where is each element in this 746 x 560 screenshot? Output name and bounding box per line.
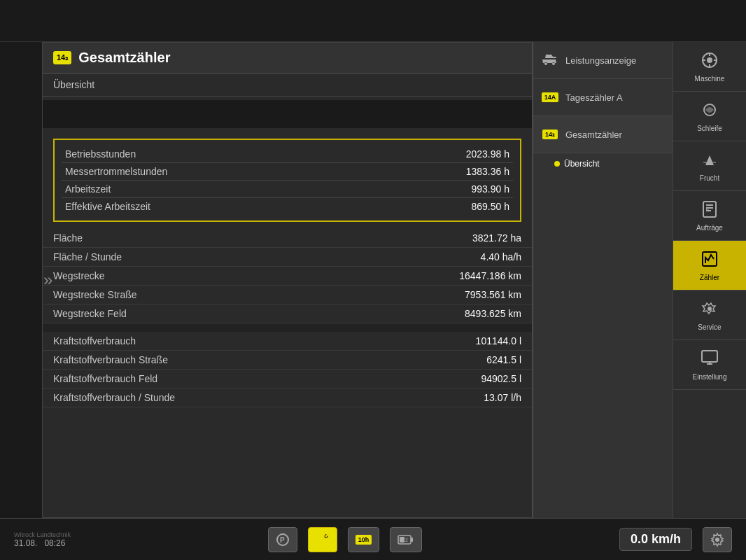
row-label: Effektive Arbeitszeit [65, 201, 150, 212]
active-dot [554, 161, 560, 167]
sidebar-item-zaehler[interactable]: Zähler [673, 241, 746, 290]
svg-point-22 [715, 538, 719, 542]
table-row: Kraftstoffverbrauch Straße 6241.5 l [43, 351, 532, 370]
sidebar-item-auftrage[interactable]: Aufträge [673, 191, 746, 241]
maschine-icon [700, 50, 719, 72]
service-icon [700, 299, 719, 321]
row-value: 2023.98 h [466, 148, 509, 160]
svg-rect-7 [703, 202, 716, 217]
nav-item-leistungsanzeige[interactable]: Leistungsanzeige [533, 42, 673, 79]
table-row: Betriebsstunden 2023.98 h [62, 146, 513, 163]
sidebar-label: Einstellung [693, 373, 727, 381]
status-bar: Witrock Landtechnik 31.08. 08:26 P 10h [0, 518, 746, 560]
nav-panel: Leistungsanzeige 14A Tageszähler A 14₂ G… [533, 42, 673, 518]
icon-label: 14₂ [57, 53, 68, 62]
table-row: Fläche 3821.72 ha [43, 229, 532, 248]
date-text: 31.08. 08:26 [14, 538, 71, 548]
row-value: 1383.36 h [466, 166, 509, 177]
svg-rect-13 [702, 351, 717, 362]
svg-point-12 [708, 307, 712, 311]
row-label: Kraftstoffverbrauch / Stunde [53, 392, 175, 403]
settings-button[interactable] [703, 527, 732, 552]
table-row: Kraftstoffverbrauch Feld 94902.5 l [43, 370, 532, 388]
wrench-button[interactable] [308, 527, 337, 552]
table-row: Messertrommelstunden 1383.36 h [62, 163, 513, 181]
row-label: Kraftstoffverbrauch Straße [53, 354, 168, 365]
main-screen: 14₂ Gesamtzähler Übersicht Betriebsstund… [42, 42, 746, 518]
section-gap [43, 323, 532, 332]
table-row: Wegstrecke Straße 7953.561 km [43, 286, 532, 304]
parking-button[interactable]: P [268, 527, 297, 552]
date-value: 31.08. [14, 538, 37, 548]
table-row: Arbeitszeit 993.90 h [62, 181, 513, 198]
auftrage-icon [700, 200, 719, 221]
row-value: 16447.186 km [459, 270, 521, 281]
speed-display: 0.0 km/h [619, 528, 692, 551]
svg-text:2: 2 [405, 538, 408, 542]
sidebar-item-einstellung[interactable]: Einstellung [673, 340, 746, 390]
row-value: 13.07 l/h [484, 392, 521, 403]
row-label: Wegstrecke Straße [53, 289, 137, 300]
row-label: Fläche [53, 232, 83, 244]
svg-rect-8 [706, 204, 713, 206]
battery-button[interactable]: 2 [390, 527, 422, 552]
row-label: Fläche / Stunde [53, 251, 122, 262]
status-right: 0.0 km/h [619, 527, 732, 552]
timer-button[interactable]: 10h [348, 527, 380, 552]
row-value: 993.90 h [472, 183, 510, 195]
time-value: 08:26 [44, 538, 65, 548]
table-row: Wegstrecke 16447.186 km [43, 267, 532, 286]
row-value: 7953.561 km [465, 289, 521, 300]
row-value: 8493.625 km [465, 308, 521, 319]
sidebar-item-service[interactable]: Service [673, 290, 746, 340]
counter-icon: 14A [540, 88, 560, 107]
nav-item-tageszaehler[interactable]: 14A Tageszähler A [533, 79, 673, 116]
row-value: 101144.0 l [476, 335, 521, 346]
sidebar-item-frucht[interactable]: Frucht [673, 141, 746, 191]
sidebar-item-schleife[interactable]: Schleife [673, 92, 746, 141]
einstellung-icon [700, 349, 719, 370]
row-label: Wegstrecke [53, 270, 105, 281]
status-center: P 10h 2 [85, 527, 605, 552]
table-row: Kraftstoffverbrauch 101144.0 l [43, 332, 532, 351]
schleife-icon [700, 100, 719, 122]
svg-point-1 [707, 57, 712, 63]
panel-icon: 14₂ [53, 51, 71, 64]
nav-sub-ubersicht[interactable]: Übersicht [533, 153, 673, 174]
sidebar-label: Zähler [700, 274, 719, 281]
back-arrow[interactable]: » [43, 270, 52, 290]
nav-item-label: Tageszähler A [565, 92, 623, 103]
row-label: Kraftstoffverbrauch Feld [53, 373, 157, 384]
highlighted-section: Betriebsstunden 2023.98 h Messertrommels… [53, 139, 521, 222]
row-value: 869.50 h [472, 201, 510, 212]
sidebar-item-maschine[interactable]: Maschine [673, 42, 746, 92]
status-left: Witrock Landtechnik 31.08. 08:26 [14, 531, 71, 548]
top-bar [0, 0, 746, 42]
speed-value: 0.0 km/h [631, 532, 681, 546]
right-sidebar: Maschine Schleife Frucht [673, 42, 746, 518]
row-label: Betriebsstunden [65, 148, 136, 160]
main-panel: 14₂ Gesamtzähler Übersicht Betriebsstund… [42, 42, 533, 518]
zaehler-icon [700, 249, 719, 271]
svg-rect-19 [411, 538, 413, 542]
table-row: Wegstrecke Feld 8493.625 km [43, 304, 532, 323]
sidebar-label: Aufträge [696, 224, 723, 232]
table-row: Kraftstoffverbrauch / Stunde 13.07 l/h [43, 388, 532, 407]
row-value: 94902.5 l [481, 373, 521, 384]
row-value: 3821.72 ha [472, 232, 521, 244]
frucht-icon [700, 150, 719, 172]
gesamtzaehler-icon: 14₂ [540, 125, 560, 144]
row-value: 4.40 ha/h [481, 251, 521, 262]
svg-text:P: P [280, 536, 285, 544]
timer-icon: 10h [356, 535, 372, 545]
sidebar-label: Schleife [697, 125, 722, 132]
nav-item-gesamtzaehler[interactable]: 14₂ Gesamtzähler [533, 116, 673, 153]
sidebar-label: Frucht [700, 174, 719, 182]
nav-item-label: Gesamtzähler [565, 130, 622, 140]
svg-rect-20 [400, 537, 404, 542]
row-label: Wegstrecke Feld [53, 308, 127, 319]
data-section: Betriebsstunden 2023.98 h Messertrommels… [43, 132, 532, 517]
row-label: Kraftstoffverbrauch [53, 335, 136, 346]
table-row: Effektive Arbeitszeit 869.50 h [62, 198, 513, 215]
panel-title: Gesamtzähler [78, 50, 170, 66]
